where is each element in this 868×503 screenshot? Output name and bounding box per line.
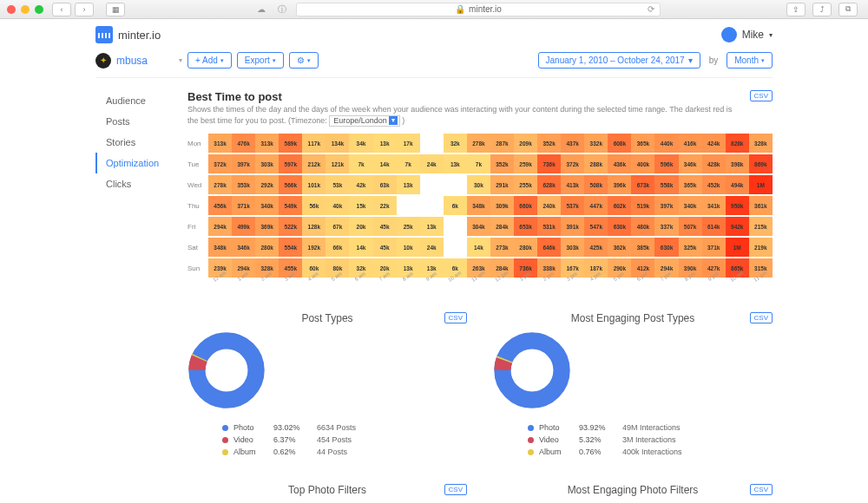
heatmap-cell[interactable]: 121k: [326, 154, 349, 173]
heatmap-cell[interactable]: 287k: [490, 134, 514, 153]
sidebar-item-posts[interactable]: Posts: [95, 111, 182, 132]
heatmap-cell[interactable]: 45k: [373, 238, 397, 257]
heatmap-cell[interactable]: 397k: [654, 196, 678, 215]
heatmap-cell[interactable]: 361k: [749, 196, 773, 215]
heatmap-cell[interactable]: 630k: [608, 217, 631, 236]
heatmap-cell[interactable]: 24k: [420, 238, 444, 257]
heatmap-cell[interactable]: 660k: [514, 196, 537, 215]
heatmap-cell[interactable]: 292k: [255, 175, 279, 194]
heatmap-cell[interactable]: 13k: [444, 154, 467, 173]
heatmap-cell[interactable]: 653k: [514, 217, 537, 236]
heatmap-cell[interactable]: 371k: [702, 238, 726, 257]
heatmap-cell[interactable]: 646k: [537, 238, 561, 257]
heatmap-cell[interactable]: 278k: [467, 134, 490, 153]
heatmap-cell[interactable]: 537k: [561, 196, 584, 215]
heatmap-cell[interactable]: 45k: [373, 217, 397, 236]
heatmap-cell[interactable]: 117k: [302, 134, 326, 153]
heatmap-cell[interactable]: 673k: [631, 175, 654, 194]
heatmap-cell[interactable]: 313k: [255, 134, 279, 153]
heatmap-cell[interactable]: 352k: [490, 154, 514, 173]
heatmap-cell[interactable]: 40k: [326, 196, 349, 215]
heatmap-cell[interactable]: 291k: [490, 175, 514, 194]
heatmap-cell[interactable]: 602k: [608, 196, 631, 215]
heatmap-cell[interactable]: 398k: [726, 154, 749, 173]
heatmap-cell[interactable]: 304k: [467, 217, 490, 236]
heatmap-cell[interactable]: 134k: [326, 134, 349, 153]
heatmap-cell[interactable]: 53k: [326, 175, 349, 194]
heatmap-cell[interactable]: 346k: [679, 154, 702, 173]
heatmap-cell[interactable]: 385k: [631, 238, 654, 257]
heatmap-cell[interactable]: [397, 196, 420, 215]
heatmap-cell[interactable]: 362k: [608, 238, 631, 257]
heatmap-cell[interactable]: 372k: [561, 154, 584, 173]
heatmap-cell[interactable]: 1M: [726, 238, 749, 257]
share-button[interactable]: ⇪: [786, 3, 806, 16]
heatmap-cell[interactable]: 480k: [631, 217, 654, 236]
heatmap-cell[interactable]: 341k: [702, 196, 726, 215]
heatmap-cell[interactable]: 828k: [726, 134, 749, 153]
heatmap-cell[interactable]: 372k: [208, 154, 232, 173]
heatmap-cell[interactable]: 294k: [208, 217, 232, 236]
heatmap-cell[interactable]: 736k: [537, 154, 561, 173]
user-menu[interactable]: Mike ▾: [721, 27, 773, 42]
heatmap-cell[interactable]: 608k: [608, 134, 631, 153]
heatmap-cell[interactable]: 288k: [584, 154, 608, 173]
heatmap-cell[interactable]: 17k: [397, 134, 420, 153]
heatmap-cell[interactable]: 942k: [726, 217, 749, 236]
heatmap-cell[interactable]: 531k: [537, 217, 561, 236]
heatmap-cell[interactable]: 614k: [702, 217, 726, 236]
heatmap-cell[interactable]: 428k: [702, 154, 726, 173]
csv-export-button[interactable]: CSV: [444, 312, 467, 323]
heatmap-cell[interactable]: 219k: [749, 238, 773, 257]
heatmap-cell[interactable]: 278k: [208, 175, 232, 194]
heatmap-cell[interactable]: 303k: [561, 238, 584, 257]
tabs-button[interactable]: ⧉: [838, 3, 858, 16]
heatmap-cell[interactable]: 13k: [373, 134, 397, 153]
heatmap-cell[interactable]: 303k: [255, 154, 279, 173]
add-button[interactable]: + Add ▾: [187, 52, 232, 69]
heatmap-cell[interactable]: 413k: [561, 175, 584, 194]
heatmap-cell[interactable]: 348k: [467, 196, 490, 215]
heatmap-cell[interactable]: 63k: [373, 175, 397, 194]
heatmap-cell[interactable]: 494k: [726, 175, 749, 194]
url-bar[interactable]: 🔒 minter.io ⟳: [296, 3, 661, 16]
heatmap-cell[interactable]: 1M: [749, 175, 773, 194]
sidebar-toggle-button[interactable]: ▦: [106, 3, 125, 16]
heatmap-cell[interactable]: 554k: [279, 238, 302, 257]
heatmap-cell[interactable]: 558k: [654, 175, 678, 194]
heatmap-cell[interactable]: 628k: [537, 175, 561, 194]
heatmap-cell[interactable]: 365k: [631, 134, 654, 153]
heatmap-cell[interactable]: 348k: [208, 238, 232, 257]
heatmap-cell[interactable]: 456k: [208, 196, 232, 215]
heatmap-cell[interactable]: 284k: [490, 217, 514, 236]
heatmap-cell[interactable]: 332k: [584, 134, 608, 153]
heatmap-cell[interactable]: 396k: [608, 175, 631, 194]
heatmap-cell[interactable]: 20k: [349, 217, 372, 236]
heatmap-cell[interactable]: 353k: [232, 175, 255, 194]
heatmap-cell[interactable]: 400k: [631, 154, 654, 173]
heatmap-cell[interactable]: 56k: [302, 196, 326, 215]
heatmap-cell[interactable]: 309k: [490, 196, 514, 215]
heatmap-cell[interactable]: [420, 175, 444, 194]
heatmap-cell[interactable]: 597k: [279, 154, 302, 173]
heatmap-cell[interactable]: 869k: [749, 154, 773, 173]
heatmap-cell[interactable]: 7k: [397, 154, 420, 173]
heatmap-cell[interactable]: 476k: [232, 134, 255, 153]
heatmap-cell[interactable]: 589k: [279, 134, 302, 153]
account-selector[interactable]: ✦ mbusa ▾: [95, 53, 182, 69]
sidebar-item-stories[interactable]: Stories: [95, 132, 182, 153]
settings-button[interactable]: ⚙ ▾: [289, 52, 319, 69]
info-icon[interactable]: ⓘ: [275, 3, 289, 16]
forward-button[interactable]: ›: [75, 3, 94, 16]
timezone-selector[interactable]: Europe/London: [329, 115, 400, 127]
csv-export-button[interactable]: CSV: [750, 484, 773, 495]
csv-export-button[interactable]: CSV: [444, 484, 467, 495]
heatmap-cell[interactable]: [420, 134, 444, 153]
heatmap-cell[interactable]: 13k: [397, 175, 420, 194]
heatmap-cell[interactable]: 596k: [654, 154, 678, 173]
heatmap-cell[interactable]: 66k: [326, 238, 349, 257]
heatmap-cell[interactable]: 416k: [679, 134, 702, 153]
heatmap-cell[interactable]: 436k: [608, 154, 631, 173]
heatmap-cell[interactable]: 6k: [444, 196, 467, 215]
heatmap-cell[interactable]: 328k: [749, 134, 773, 153]
